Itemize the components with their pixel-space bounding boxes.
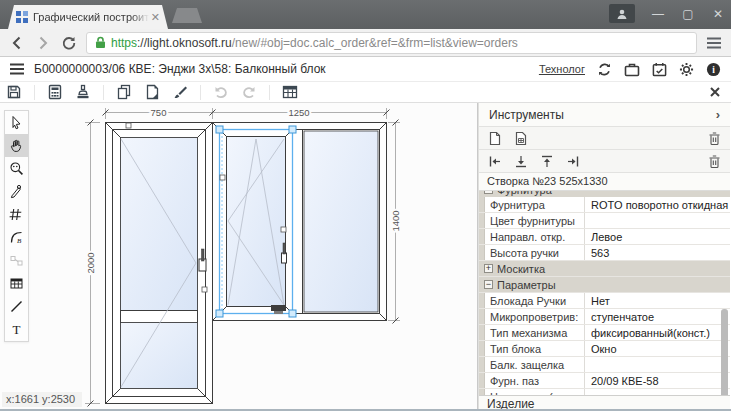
group-row[interactable]: −Параметры xyxy=(479,277,730,293)
sash-latch[interactable] xyxy=(271,305,286,311)
node-marker[interactable] xyxy=(202,287,207,292)
brush-icon[interactable] xyxy=(172,84,188,100)
info-icon[interactable]: i xyxy=(706,62,721,77)
property-row[interactable]: Цвет фурнитуры xyxy=(479,213,730,229)
fixed-pane[interactable] xyxy=(304,131,378,312)
align-left-icon[interactable] xyxy=(488,155,502,168)
window-sash-selected[interactable] xyxy=(216,126,296,317)
tab-title: Графический построите xyxy=(33,11,149,23)
node-marker[interactable] xyxy=(126,123,131,128)
selection-handle[interactable] xyxy=(289,126,296,133)
tool-grid[interactable] xyxy=(5,203,28,226)
expander-icon[interactable]: + xyxy=(484,264,493,273)
user-link[interactable]: Технолог xyxy=(539,63,585,75)
tool-nodes[interactable] xyxy=(5,249,28,272)
align-bottom-icon[interactable] xyxy=(514,155,528,168)
document-title: Б0000000003/06 КВЕ: Энджи 3х\58: Балконн… xyxy=(34,62,529,76)
selection-handle[interactable] xyxy=(289,310,296,317)
browser-menu-icon[interactable] xyxy=(705,34,723,52)
tools-panel: Инструменты › xyxy=(478,103,730,411)
node-marker[interactable] xyxy=(220,175,225,180)
align-top-icon[interactable] xyxy=(540,155,554,168)
toolbar-close-icon[interactable] xyxy=(709,86,725,98)
maximize-button[interactable]: ▢ xyxy=(681,8,695,20)
property-row[interactable]: Тип механизмафиксированный(конст.) xyxy=(479,325,730,341)
calculator-icon[interactable] xyxy=(47,84,63,100)
new-element-icon[interactable] xyxy=(488,131,502,146)
undo-icon[interactable] xyxy=(213,84,229,100)
calendar-icon[interactable] xyxy=(652,62,667,77)
group-row[interactable]: +Москитка xyxy=(479,261,730,277)
delete-icon[interactable] xyxy=(708,131,721,146)
text-icon: T xyxy=(9,322,24,337)
dim-window-height[interactable]: 1400 xyxy=(390,210,401,231)
person-icon xyxy=(616,8,628,20)
edit-toolbar xyxy=(0,82,731,103)
property-row[interactable]: Тип блокаОкно xyxy=(479,341,730,357)
tool-line[interactable] xyxy=(5,295,28,318)
window-block[interactable] xyxy=(213,123,387,321)
gear-icon[interactable] xyxy=(679,62,694,77)
reload-button[interactable] xyxy=(60,34,78,52)
tool-text[interactable]: T xyxy=(5,318,28,341)
minimize-button[interactable]: — xyxy=(651,8,665,20)
dim-door-width[interactable]: 750 xyxy=(151,107,167,118)
app-menu-icon[interactable] xyxy=(10,63,24,75)
property-row[interactable]: Направл. откр.Левое xyxy=(479,229,730,245)
drawing-canvas[interactable]: 750 1250 2000 1400 xyxy=(0,103,478,411)
new-tab-button[interactable] xyxy=(172,8,202,23)
property-row[interactable]: ФурнитураROTO поворотно откидная xyxy=(479,197,730,213)
browser-tab[interactable]: Графический построите ✕ xyxy=(8,5,168,29)
panel-toolbar-2 xyxy=(479,150,730,173)
expander-icon[interactable]: − xyxy=(484,280,493,289)
insert-layer-icon[interactable] xyxy=(514,131,528,146)
tool-palette: B xyxy=(4,110,29,342)
copy-icon[interactable] xyxy=(116,84,132,100)
selected-element-title: Створка №23 525x1330 xyxy=(479,173,730,191)
back-button[interactable] xyxy=(8,34,26,52)
tool-table[interactable] xyxy=(5,272,28,295)
drawing-area[interactable]: B xyxy=(0,103,478,411)
dim-door-height[interactable]: 2000 xyxy=(85,252,96,273)
profile-button[interactable] xyxy=(609,4,635,23)
tool-pan[interactable] xyxy=(5,134,28,157)
tool-pen[interactable] xyxy=(5,180,28,203)
briefcase-icon[interactable] xyxy=(624,62,640,77)
save-icon[interactable] xyxy=(6,84,22,100)
property-row[interactable]: Высота ручки563 xyxy=(479,245,730,261)
tool-select[interactable] xyxy=(5,111,28,134)
refresh-icon[interactable] xyxy=(597,62,612,77)
panel-header[interactable]: Инструменты › xyxy=(479,103,730,127)
property-row[interactable]: Микропроветрив:ступенчатое xyxy=(479,309,730,325)
magnifier-icon xyxy=(9,161,24,176)
redo-icon[interactable] xyxy=(241,84,257,100)
panel-toolbar-1 xyxy=(479,127,730,150)
forward-button[interactable] xyxy=(34,34,52,52)
tool-arc[interactable]: B xyxy=(5,226,28,249)
grid-icon xyxy=(9,207,24,222)
clipped-property-row[interactable]: Цвет ручек (накл xyxy=(479,389,730,395)
selection-handle[interactable] xyxy=(216,310,223,317)
dim-window-width[interactable]: 1250 xyxy=(288,107,309,118)
url-bar[interactable]: https://light.oknosoft.ru/new/#obj=doc.c… xyxy=(86,32,697,54)
properties-grid: −Фурнитура ФурнитураROTO поворотно откид… xyxy=(479,191,730,395)
door-block[interactable] xyxy=(106,123,213,404)
stamp-icon[interactable] xyxy=(75,84,91,100)
align-right-icon[interactable] xyxy=(566,155,580,168)
close-button[interactable]: ✕ xyxy=(711,8,725,20)
browser-navbar: https://light.oknosoft.ru/new/#obj=doc.c… xyxy=(0,29,731,57)
selection-handle[interactable] xyxy=(216,126,223,133)
property-row[interactable]: Балк. защелка xyxy=(479,357,730,373)
collapse-chevron-icon[interactable]: › xyxy=(716,107,720,122)
delete-icon[interactable] xyxy=(708,154,721,169)
spec-table-icon[interactable] xyxy=(282,84,298,100)
tool-zoom[interactable] xyxy=(5,157,28,180)
panel-scrollbar[interactable] xyxy=(721,309,728,395)
property-row[interactable]: Блокада РучкиНет xyxy=(479,293,730,309)
svg-text:B: B xyxy=(17,237,22,245)
tab-close-icon[interactable]: ✕ xyxy=(149,11,162,24)
hand-icon xyxy=(9,138,24,153)
node-marker[interactable] xyxy=(281,227,286,232)
paste-icon[interactable] xyxy=(144,84,160,100)
property-row[interactable]: Фурн. паз20/09 КВЕ-58 xyxy=(479,373,730,389)
